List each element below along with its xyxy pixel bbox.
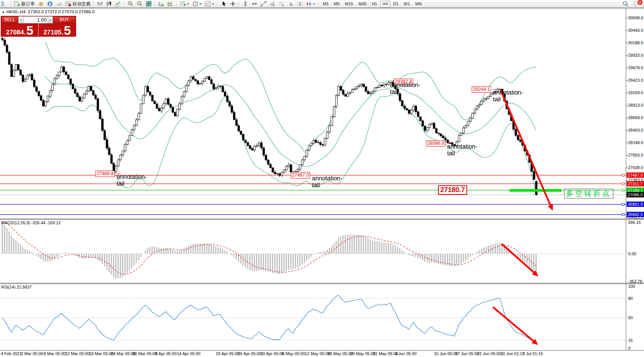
time-axis-label: 12 Mar 05:00 [65,351,90,356]
zoom-out-button[interactable] [136,0,144,8]
horizontal-line-icon [251,1,257,7]
chart-shift-icon [167,1,173,7]
tile-windows-button[interactable] [145,0,153,8]
volume-increase-button[interactable]: ▴ [48,16,53,23]
price-annotation-label[interactable]: 28086.0 [426,140,445,147]
buy-button[interactable]: BUY [53,16,76,23]
text-label-button[interactable]: T [296,0,304,8]
price-annotation-label[interactable]: 27488.8 [95,171,115,177]
price-annotation-label[interactable]: 27487.0 [291,172,310,178]
search-button[interactable] [621,0,630,8]
toolbar-separator [11,1,11,7]
bar-chart-button[interactable] [96,0,104,8]
time-axis-label: 10 Jun 05:00 [434,351,458,356]
chat-button[interactable]: 1 [632,0,641,8]
chart-title: ▲HK50-,H4 27363.0 27372.0 27070.0 27086.… [2,9,95,14]
candlestick-chart-button[interactable] [105,0,113,8]
timeframe-m15[interactable]: M15 [343,1,355,7]
equidistant-channel-button[interactable]: E [268,0,277,8]
time-axis-label: 24 Mar 05:00 [111,351,136,356]
toolbar-separator [217,1,218,7]
timeframe-m30[interactable]: M30 [356,1,369,7]
time-axis-label: 2 Mar 05:00 [21,351,43,356]
new-chart-button[interactable]: ▼ [179,0,190,8]
signals-icon [56,1,62,7]
window-edge-icon-icon [2,1,8,7]
cursor-icon [221,1,227,7]
toolbar: 新订单自动交易▼▼▼EFAT▼M1M5M15M30H1H4D1W1MN1 [0,0,644,8]
sell-button[interactable]: SELL [1,16,18,23]
time-axis-label: 8 Mar 05:00 [44,351,66,356]
indicators-button[interactable]: ▼ [204,0,215,8]
periods-button[interactable]: ▼ [191,0,203,8]
price-level-badge: 26682.5 [627,212,644,217]
timeframe-w1[interactable]: W1 [401,1,412,7]
chevron-down-icon: ▼ [313,3,315,5]
signals-button[interactable] [55,0,63,8]
autotrading-button[interactable]: 自动交易 [64,0,92,8]
bar-chart-icon [97,1,103,7]
svg-text:T: T [299,2,301,6]
chart-shift-button[interactable] [166,0,175,8]
arrows-icon [306,1,312,7]
timeframe-m5[interactable]: M5 [332,1,342,7]
collapse-panel-icon[interactable]: ▲ [2,10,5,14]
text-button[interactable]: A [287,0,295,8]
timeframe-h4[interactable]: H4 [380,1,390,7]
time-axis-label: 7 Jul 01:15 [522,351,543,356]
price-axis-tick: 29678.0 [628,65,643,70]
new-order-button[interactable]: 新订单 [13,0,36,8]
timeframe-d1[interactable]: D1 [391,1,401,7]
buy-price[interactable]: 27105.5 [39,23,76,36]
text-icon: A [288,1,294,7]
timeframe-h1[interactable]: H1 [370,1,379,7]
trendline-button[interactable] [259,0,268,8]
community-button[interactable] [46,0,54,8]
false: annotation-tail [447,143,451,144]
time-axis-label: 30 Jun 01:15 [501,351,525,356]
metaeditor-icon [38,1,44,7]
window-edge-icon[interactable] [0,0,9,8]
zoom-out-icon [137,1,143,7]
volume-decrease-button[interactable]: ▾ [18,16,23,23]
fibonacci-button[interactable]: F [278,0,286,8]
turning-point-price-label[interactable]: 27180.7 [438,185,467,195]
rsi-axis-tick: 80 [628,296,633,301]
text-label-icon: T [297,1,303,7]
line-chart-button[interactable] [114,0,122,8]
macd-axis-tick: 396.15 [628,220,641,225]
tile-windows-icon [146,1,152,7]
timeframe-m1[interactable]: M1 [321,1,331,7]
time-axis-label: 31 May 05:00 [373,351,398,356]
price-level-badge: 27311.7 [627,181,644,186]
price-axis-tick: 27638.0 [628,165,643,170]
false: annotation-tail [390,82,394,82]
price-annotation-label[interactable]: 29244.1 [472,86,491,93]
macd-axis-tick: -352.78 [628,279,642,284]
time-axis-label: 25 May 05:00 [350,351,376,356]
cursor-button[interactable] [220,0,228,8]
time-axis-label: 4 Feb 2021 [1,351,22,356]
periods-icon [192,1,198,7]
community-icon [47,1,53,7]
horizontal-line-button[interactable] [250,0,259,8]
metaeditor-button[interactable] [37,0,45,8]
zoom-in-icon [128,1,134,7]
macd-axis-tick: 0.00 [628,251,636,256]
auto-scroll-button[interactable] [157,0,165,8]
timeframe-mn[interactable]: MN [413,1,424,7]
time-axis-label: 17 Jun 05:00 [455,351,479,356]
vertical-line-button[interactable] [241,0,249,8]
rsi-indicator-label: RSI(14) 21.5837 [1,285,32,289]
volume-input[interactable] [23,16,48,23]
rsi-axis-tick: 100 [628,284,635,289]
sell-price[interactable]: 27084.5 [1,23,38,36]
arrows-button[interactable]: ▼ [305,0,317,8]
symbol-ohlc-text: HK50-,H4 27363.0 27372.0 27070.0 27086.0 [6,9,95,14]
crosshair-button[interactable] [229,0,237,8]
macd-indicator-label: MACD(12,26,9) -316.44 -169.12 [1,220,61,225]
zoom-in-button[interactable] [126,0,135,8]
price-axis-tick: 29933.0 [628,53,643,58]
price-level-badge: 27086.0 [627,192,644,197]
bull-bear-turning-point-note[interactable]: 多空转折点 [564,189,613,199]
